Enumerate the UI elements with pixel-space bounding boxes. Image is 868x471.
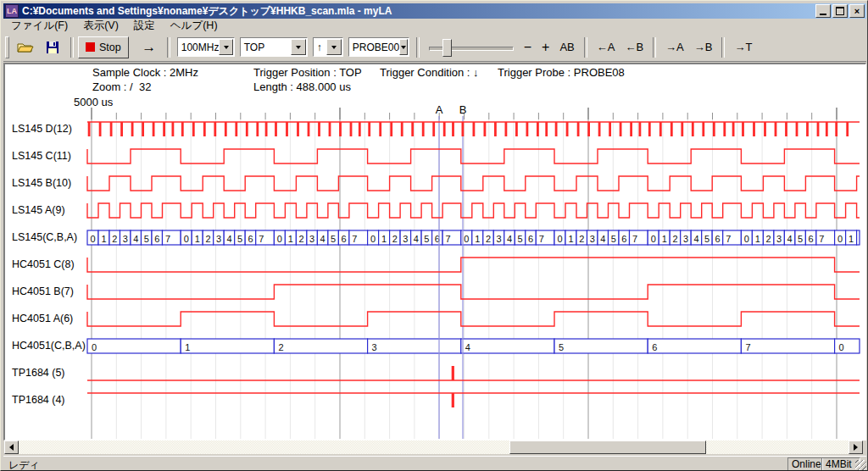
menu-settings[interactable]: 設定 [126,18,163,34]
length-info: Length : 488.000 us [253,80,351,93]
toolbar-separator [167,37,170,58]
waveform-client-area [3,63,866,441]
sample-clock-value: 100MHz [178,42,220,53]
zoom-ab-button[interactable]: AB [554,41,579,53]
channel-label: TP1684 (5) [12,367,86,379]
toolbar: Stop → 100MHz TOP ↑ PROBE00 − + AB [3,33,866,62]
dropdown-arrow-icon[interactable] [291,39,306,55]
menu-view[interactable]: 表示(V) [75,18,126,34]
save-button[interactable] [39,36,66,58]
maximize-icon [836,7,844,15]
maximize-button[interactable] [832,4,848,18]
channel-label: TP1684 (4) [12,394,86,406]
trigger-probe-combobox[interactable]: PROBE00 [348,37,409,57]
menu-bar: ファイル(F) 表示(V) 設定 ヘルプ(H) [3,19,866,33]
status-bar: レディ Online 4MBit [3,456,866,471]
channel-label: LS145 D(12) [12,123,86,135]
trigger-position-combobox[interactable]: TOP [240,37,308,57]
channel-label: LS145 C(11) [12,150,86,162]
zoom-info: Zoom : / 32 [92,80,151,93]
trigger-probe-value: PROBE00 [349,42,399,53]
scroll-right-icon [854,444,858,451]
trigger-position-info: Trigger Position : TOP [253,66,362,79]
channel-label: LS145(C,B,A) [12,231,86,243]
save-icon [46,41,59,54]
stop-button[interactable]: Stop [78,36,129,58]
scroll-right-button[interactable] [849,441,863,454]
trigger-condition-info: Trigger Condition : ↓ [380,66,479,79]
channel-label: LS145 B(10) [12,177,86,189]
menu-help[interactable]: ヘルプ(H) [163,18,225,34]
channel-label: HC4051(C,B,A) [12,340,86,352]
resize-grip-icon[interactable] [855,460,866,471]
dropdown-arrow-icon[interactable] [399,39,408,55]
run-button[interactable]: → [136,36,163,58]
toolbar-separator [653,37,656,58]
slider-thumb[interactable] [442,39,452,57]
stop-label: Stop [99,42,121,53]
toolbar-grip [5,36,9,58]
goto-a-left-button[interactable]: ←A [592,41,620,53]
zoom-out-button[interactable]: − [519,40,537,55]
scroll-left-button[interactable] [4,441,19,454]
app-icon: LA [5,4,19,18]
zoom-slider[interactable] [427,37,515,58]
goto-b-left-button[interactable]: ←B [620,41,648,53]
app-window: LA C:¥Documents and Settings¥noname¥デスクト… [0,0,868,471]
channel-label: HC4051 B(7) [12,285,86,297]
sample-clock-combobox[interactable]: 100MHz [177,37,235,57]
window-title: C:¥Documents and Settings¥noname¥デスクトップ¥… [22,4,815,19]
toolbar-separator [70,37,74,58]
minimize-button[interactable] [815,4,831,18]
run-arrow-icon: → [142,39,156,56]
horizontal-scrollbar[interactable] [4,441,863,454]
trigger-edge-value: ↑ [314,42,326,53]
scroll-left-icon [9,444,14,451]
close-icon: × [854,7,860,16]
title-bar: LA C:¥Documents and Settings¥noname¥デスクト… [3,3,866,19]
channel-label: HC4051 A(6) [12,313,86,324]
minimize-icon [820,14,826,15]
trigger-position-value: TOP [241,42,291,53]
sample-clock-info: Sample Clock : 2MHz [92,66,198,79]
dropdown-arrow-icon[interactable] [219,39,232,55]
toolbar-separator [584,37,587,58]
goto-b-right-button[interactable]: →B [689,41,718,53]
channel-label: HC4051 C(8) [12,258,86,270]
slider-track [429,47,514,51]
dropdown-arrow-icon[interactable] [326,39,342,55]
scrollbar-thumb[interactable] [509,441,706,454]
stop-icon [86,42,95,52]
trigger-edge-combobox[interactable]: ↑ [313,37,343,57]
open-folder-icon [17,41,34,54]
zoom-in-button[interactable]: + [537,40,554,55]
status-online-panel: Online [787,457,823,471]
channel-label: LS145 A(9) [12,204,86,216]
trigger-probe-info: Trigger Probe : PROBE08 [498,66,625,79]
goto-a-right-button[interactable]: →A [660,41,689,53]
menu-file[interactable]: ファイル(F) [3,18,75,34]
close-button[interactable]: × [849,4,865,18]
status-ready-text: レディ [8,458,40,471]
goto-trigger-button[interactable]: →T [729,41,757,53]
open-file-button[interactable] [12,36,39,58]
toolbar-separator [416,37,420,58]
time-scale-label: 5000 us [74,96,113,108]
toolbar-separator [721,37,725,58]
